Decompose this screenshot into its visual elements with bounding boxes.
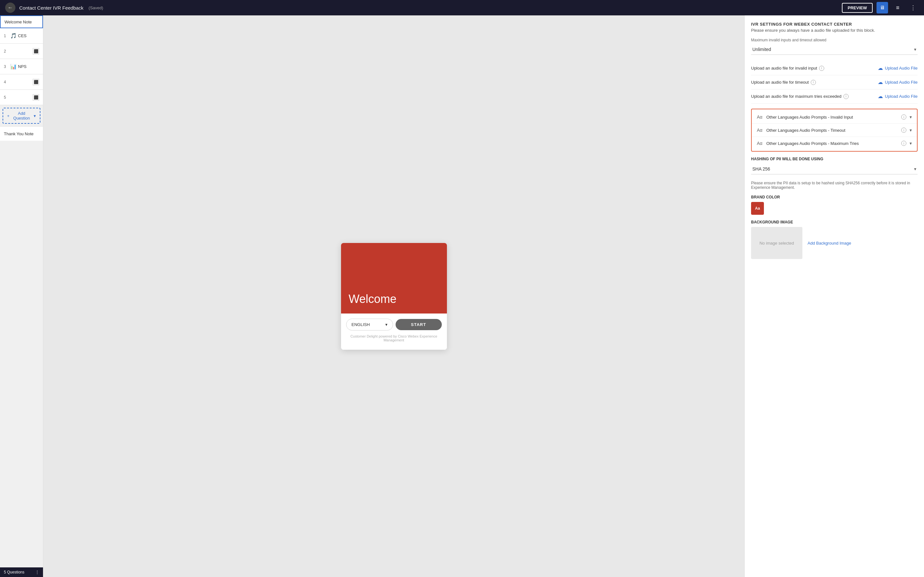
upload-timeout-info-icon[interactable]: i xyxy=(811,80,816,85)
lang-prompt-timeout-actions: i ▾ xyxy=(901,127,912,133)
bg-image-title: BACKGROUND IMAGE xyxy=(751,220,918,224)
sidebar-item-welcome[interactable]: Welcome Note xyxy=(0,15,43,28)
item-2-num: 2 xyxy=(4,49,6,53)
sidebar-footer: 5 Questions ⋮ xyxy=(0,567,43,577)
lang-prompt-invalid-chevron-icon[interactable]: ▾ xyxy=(909,114,912,119)
upload-invalid-row: Upload an audio file for invalid input i… xyxy=(751,61,918,75)
lang-prompt-invalid-icon: Aα xyxy=(757,114,762,119)
bg-image-placeholder: No image selected xyxy=(751,227,803,259)
lang-prompt-maxtries-chevron-icon[interactable]: ▾ xyxy=(909,141,912,146)
hashing-select[interactable]: SHA 256 xyxy=(751,164,918,174)
item-3-icon: 📊 xyxy=(10,63,17,69)
upload-invalid-cloud-icon: ☁ xyxy=(878,65,883,71)
item-3-num: 3 xyxy=(4,64,9,69)
hashing-title: HASHING OF PII WILL BE DONE USING xyxy=(751,157,918,161)
topbar: ← Contact Center IVR Feedback (Saved) PR… xyxy=(0,0,924,15)
right-panel: IVR SETTINGS FOR WEBEX CONTACT CENTER Pl… xyxy=(744,15,924,577)
phone-preview: Welcome ENGLISH ▾ START Customer Delight… xyxy=(341,243,447,350)
monitor-icon: 🖥 xyxy=(880,5,885,11)
sidebar-item-3[interactable]: 3 📊 NPS xyxy=(0,59,43,74)
max-invalid-label: Maximum invalid inputs and timeout allow… xyxy=(751,38,918,42)
item-5-box: ⬛ xyxy=(33,94,39,101)
add-question-button[interactable]: + Add Question ▾ xyxy=(3,108,40,124)
lang-prompt-timeout-icon: Aα xyxy=(757,127,762,133)
back-button[interactable]: ← xyxy=(5,3,15,13)
max-invalid-select-wrapper: Unlimited ▾ xyxy=(751,44,918,55)
ivr-section-title: IVR SETTINGS FOR WEBEX CONTACT CENTER xyxy=(751,22,918,27)
app-title: Contact Center IVR Feedback xyxy=(19,5,83,11)
add-question-chevron: ▾ xyxy=(34,113,36,118)
ivr-description: Please ensure you always have a audio fi… xyxy=(751,28,918,33)
monitor-button[interactable]: 🖥 xyxy=(877,2,888,13)
upload-invalid-label: Upload an audio file for invalid input i xyxy=(751,66,824,71)
item-4-icon: ⬛ xyxy=(34,80,39,84)
phone-bottom: ENGLISH ▾ START Customer Delight powered… xyxy=(341,314,447,350)
add-bg-image-button[interactable]: Add Background Image xyxy=(808,241,851,245)
item-5-num: 5 xyxy=(4,95,6,100)
lang-prompt-timeout-label: Other Languages Audio Prompts - Timeout xyxy=(766,128,901,133)
max-invalid-select[interactable]: Unlimited xyxy=(751,44,918,55)
upload-invalid-button[interactable]: ☁ Upload Audio File xyxy=(878,65,918,71)
sidebar-item-thankyou[interactable]: Thank You Note xyxy=(0,126,43,141)
lang-prompts-box: Aα Other Languages Audio Prompts - Inval… xyxy=(751,109,918,152)
bg-image-row: No image selected Add Background Image xyxy=(751,227,918,259)
item-2-box: ⬛ xyxy=(33,48,39,55)
upload-maxtries-row: Upload an audio file for maximum tries e… xyxy=(751,89,918,103)
item-1-num: 1 xyxy=(4,34,9,38)
lang-prompt-timeout[interactable]: Aα Other Languages Audio Prompts - Timeo… xyxy=(752,124,917,137)
sidebar-item-5[interactable]: 5 ⬛ xyxy=(0,90,43,105)
item-5-icon: ⬛ xyxy=(34,95,39,100)
plus-icon: + xyxy=(7,113,10,118)
sidebar: Welcome Note 1 🎵 CES 2 ⬛ 3 📊 NPS 4 ⬛ 5 xyxy=(0,15,43,577)
welcome-note-label: Welcome Note xyxy=(5,19,32,24)
main-layout: Welcome Note 1 🎵 CES 2 ⬛ 3 📊 NPS 4 ⬛ 5 xyxy=(0,15,924,577)
lang-prompt-invalid-label: Other Languages Audio Prompts - Invalid … xyxy=(766,115,901,119)
tree-button[interactable]: ⋮ xyxy=(907,2,919,13)
hamburger-icon: ≡ xyxy=(896,5,900,11)
footer-menu-icon[interactable]: ⋮ xyxy=(35,570,39,574)
lang-prompt-maxtries-info-icon[interactable]: i xyxy=(901,141,906,146)
language-selector[interactable]: ENGLISH ▾ xyxy=(346,319,393,330)
canvas: Welcome ENGLISH ▾ START Customer Delight… xyxy=(43,15,744,577)
sidebar-item-4[interactable]: 4 ⬛ xyxy=(0,74,43,90)
language-value: ENGLISH xyxy=(352,322,370,327)
upload-timeout-cloud-icon: ☁ xyxy=(878,79,883,85)
item-2-icon: ⬛ xyxy=(34,49,39,53)
brand-color-swatch[interactable]: Aa xyxy=(751,202,764,215)
phone-screen: Welcome xyxy=(341,243,447,314)
upload-invalid-info-icon[interactable]: i xyxy=(819,66,824,71)
upload-timeout-label: Upload an audio file for timeout i xyxy=(751,80,816,85)
upload-maxtries-cloud-icon: ☁ xyxy=(878,93,883,99)
lang-prompt-maxtries[interactable]: Aα Other Languages Audio Prompts - Maxim… xyxy=(752,137,917,150)
upload-maxtries-label: Upload an audio file for maximum tries e… xyxy=(751,94,849,99)
canvas-footer-text: Customer Delight powered by Cisco Webex … xyxy=(346,334,442,345)
sidebar-item-2[interactable]: 2 ⬛ xyxy=(0,44,43,59)
start-button[interactable]: START xyxy=(396,319,442,330)
hashing-note: Please ensure the PII data is setup to b… xyxy=(751,181,918,190)
lang-prompt-maxtries-label: Other Languages Audio Prompts - Maximum … xyxy=(766,141,901,146)
upload-timeout-button[interactable]: ☁ Upload Audio File xyxy=(878,79,918,85)
lang-prompt-timeout-info-icon[interactable]: i xyxy=(901,127,906,133)
item-1-label: CES xyxy=(18,33,27,38)
lang-prompt-timeout-chevron-icon[interactable]: ▾ xyxy=(909,127,912,133)
language-arrow-icon: ▾ xyxy=(385,322,388,327)
saved-status: (Saved) xyxy=(89,5,103,10)
sidebar-item-1[interactable]: 1 🎵 CES xyxy=(0,28,43,44)
upload-maxtries-info-icon[interactable]: i xyxy=(843,94,849,99)
phone-language-row: ENGLISH ▾ START xyxy=(346,319,442,330)
lang-prompt-maxtries-icon: Aα xyxy=(757,141,762,146)
item-3-label: NPS xyxy=(18,64,27,69)
brand-color-title: BRAND COLOR xyxy=(751,195,918,199)
thankyou-label: Thank You Note xyxy=(4,131,34,136)
lang-prompt-invalid-info-icon[interactable]: i xyxy=(901,114,906,119)
item-1-icon: 🎵 xyxy=(10,33,17,39)
add-question-label: Add Question xyxy=(11,111,32,121)
preview-button[interactable]: PREVIEW xyxy=(842,3,873,13)
upload-timeout-row: Upload an audio file for timeout i ☁ Upl… xyxy=(751,75,918,89)
welcome-display-text: Welcome xyxy=(349,292,397,306)
menu-button[interactable]: ≡ xyxy=(892,2,903,13)
hashing-select-wrapper: SHA 256 ▾ xyxy=(751,164,918,174)
lang-prompt-maxtries-actions: i ▾ xyxy=(901,141,912,146)
upload-maxtries-button[interactable]: ☁ Upload Audio File xyxy=(878,93,918,99)
lang-prompt-invalid[interactable]: Aα Other Languages Audio Prompts - Inval… xyxy=(752,111,917,124)
